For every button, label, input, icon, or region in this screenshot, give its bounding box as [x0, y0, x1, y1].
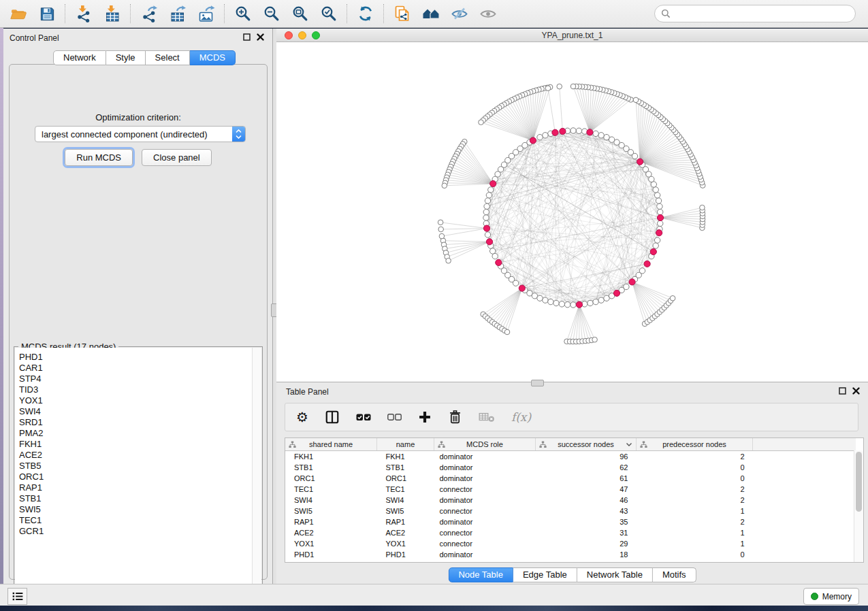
- zoom-out-button[interactable]: [257, 2, 286, 25]
- search-input[interactable]: [674, 8, 849, 19]
- tab-style[interactable]: Style: [106, 50, 146, 65]
- mcds-list-item[interactable]: CAR1: [19, 363, 252, 374]
- network-window-titlebar[interactable]: YPA_prune.txt_1: [276, 29, 868, 42]
- zoom-fit-button[interactable]: [286, 2, 315, 25]
- mcds-list-item[interactable]: PHD1: [19, 352, 252, 363]
- mcds-list-scrollbar[interactable]: [252, 348, 261, 599]
- first-neighbors-button[interactable]: [417, 2, 445, 25]
- mcds-list-item[interactable]: SRD1: [19, 417, 252, 428]
- cell-filler: [753, 473, 856, 484]
- control-panel: Control Panel Optimization criterion: la…: [3, 29, 273, 584]
- close-panel-icon[interactable]: [257, 33, 264, 41]
- mcds-tab-pane: Optimization criterion: largest connecte…: [9, 64, 268, 580]
- column-header-shared-name[interactable]: shared name: [285, 438, 377, 451]
- column-header-predecessor-nodes[interactable]: predecessor nodes: [637, 438, 753, 451]
- search-field[interactable]: [654, 5, 856, 22]
- mcds-list-item[interactable]: SWI5: [19, 504, 252, 515]
- tab-network-table[interactable]: Network Table: [577, 567, 653, 582]
- float-window-icon[interactable]: [839, 387, 846, 395]
- mcds-list-item[interactable]: YOX1: [19, 395, 252, 406]
- mcds-list-item[interactable]: ACE2: [19, 450, 252, 461]
- cell: connector: [434, 506, 536, 516]
- show-all-button[interactable]: [474, 2, 502, 25]
- toolbar-separator: [130, 4, 131, 23]
- checked-boxes-icon: [356, 413, 371, 422]
- save-session-button[interactable]: [33, 2, 61, 25]
- cell: 0: [637, 473, 753, 484]
- tab-edge-table[interactable]: Edge Table: [513, 567, 577, 582]
- unchecked-boxes-icon: [387, 413, 402, 421]
- table-row[interactable]: SWI4SWI4dominator462: [285, 495, 856, 506]
- optimization-criterion-select[interactable]: largest connected component (undirected): [35, 126, 246, 142]
- clone-network-button[interactable]: [388, 2, 417, 25]
- mcds-list-item[interactable]: SWI4: [19, 406, 252, 417]
- cell: 1: [637, 506, 753, 516]
- deselect-all-button[interactable]: [387, 413, 402, 421]
- select-all-button[interactable]: [356, 413, 371, 422]
- table-row[interactable]: ORC1ORC1dominator610: [285, 473, 856, 484]
- mcds-list-item[interactable]: GCR1: [19, 526, 252, 537]
- table-row[interactable]: STB1STB1dominator620: [285, 462, 856, 473]
- close-panel-icon[interactable]: [852, 387, 860, 395]
- mcds-list-item[interactable]: STP4: [19, 374, 252, 384]
- table-row[interactable]: TEC1TEC1connector472: [285, 484, 856, 495]
- mcds-list-item[interactable]: ORC1: [19, 472, 252, 482]
- tab-select[interactable]: Select: [146, 50, 190, 65]
- select-stepper: [232, 127, 245, 142]
- mcds-list-item[interactable]: STB5: [19, 461, 252, 472]
- mcds-result-list: PHD1CAR1STP4TID3YOX1SWI4SRD1PMA2FKH1ACE2…: [15, 348, 252, 599]
- table-scrollbar[interactable]: [854, 450, 863, 562]
- export-network-button[interactable]: [135, 2, 163, 25]
- delete-column-button[interactable]: [448, 410, 462, 425]
- table-row[interactable]: SWI5SWI5connector431: [285, 506, 856, 516]
- columns-icon: [325, 410, 340, 425]
- table-row[interactable]: PHD1PHD1dominator180: [285, 549, 856, 560]
- close-panel-button[interactable]: Close panel: [142, 149, 212, 166]
- mcds-list-item[interactable]: RAP1: [19, 482, 252, 493]
- memory-button[interactable]: Memory: [803, 588, 859, 605]
- add-column-button[interactable]: [418, 410, 432, 424]
- function-builder-button[interactable]: f(x): [511, 410, 531, 424]
- hide-selected-button[interactable]: [445, 2, 474, 25]
- column-header-name[interactable]: name: [377, 438, 434, 451]
- table-row[interactable]: YOX1YOX1connector291: [285, 538, 856, 549]
- table-row[interactable]: ACE2ACE2connector311: [285, 527, 856, 538]
- zoom-selected-button[interactable]: [315, 2, 343, 25]
- cell: TEC1: [377, 484, 434, 495]
- cell-filler: [753, 527, 856, 538]
- zoom-in-button[interactable]: [229, 2, 257, 25]
- mcds-list-item[interactable]: FKH1: [19, 439, 252, 450]
- table-row[interactable]: RAP1RAP1dominator352: [285, 516, 856, 527]
- cell: STB1: [377, 462, 434, 473]
- cell-filler: [753, 462, 856, 473]
- horizontal-splitter-handle[interactable]: [531, 380, 544, 386]
- mcds-list-item[interactable]: TID3: [19, 384, 252, 395]
- tab-motifs[interactable]: Motifs: [653, 567, 696, 582]
- export-table-button[interactable]: [163, 2, 192, 25]
- import-table-button[interactable]: [98, 2, 127, 25]
- float-window-icon[interactable]: [243, 33, 251, 41]
- zoom-in-icon: [234, 5, 252, 22]
- open-session-button[interactable]: [4, 2, 33, 25]
- task-history-button[interactable]: [7, 588, 27, 605]
- tab-node-table[interactable]: Node Table: [448, 567, 513, 582]
- tab-mcds[interactable]: MCDS: [190, 50, 236, 65]
- column-header-mcds-role[interactable]: MCDS role: [434, 438, 536, 451]
- mcds-list-item[interactable]: TEC1: [19, 515, 252, 526]
- mcds-list-item[interactable]: STB1: [19, 493, 252, 504]
- table-scrollbar-thumb[interactable]: [856, 452, 862, 512]
- mcds-list-item[interactable]: PMA2: [19, 428, 252, 439]
- table-row[interactable]: FKH1FKH1dominator962: [285, 451, 856, 463]
- refresh-button[interactable]: [351, 2, 380, 25]
- show-columns-button[interactable]: [325, 410, 340, 425]
- import-network-button[interactable]: [69, 2, 98, 25]
- network-canvas[interactable]: [276, 42, 868, 381]
- column-header-successor-nodes[interactable]: successor nodes: [536, 438, 637, 451]
- table-toolbar: ⚙: [285, 403, 858, 431]
- tab-network[interactable]: Network: [53, 50, 106, 65]
- table-settings-button[interactable]: ⚙: [296, 410, 308, 424]
- export-image-button[interactable]: [192, 2, 221, 25]
- run-mcds-button[interactable]: Run MCDS: [65, 149, 133, 166]
- delete-table-button[interactable]: [479, 411, 495, 423]
- cell: 18: [536, 549, 637, 560]
